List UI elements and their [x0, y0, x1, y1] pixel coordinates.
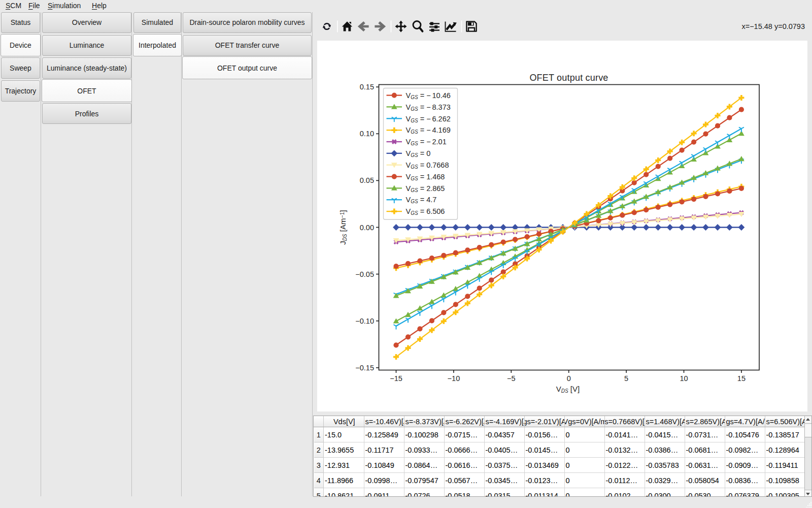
svg-text:0.00: 0.00 [360, 224, 374, 232]
svg-text:−0.10: −0.10 [355, 317, 374, 325]
svg-text:−0.05: −0.05 [355, 270, 374, 278]
svg-text:15: 15 [737, 374, 746, 383]
svg-text:5: 5 [624, 374, 628, 383]
svg-text:0.10: 0.10 [360, 130, 374, 138]
svg-text:0.15: 0.15 [360, 83, 374, 91]
svg-text:VGS = 4.7: VGS = 4.7 [406, 196, 437, 204]
svg-text:−10: −10 [448, 374, 460, 383]
svg-text:0: 0 [567, 374, 571, 383]
svg-text:OFET output curve: OFET output curve [529, 73, 608, 83]
svg-text:−5: −5 [507, 374, 516, 383]
svg-text:10: 10 [680, 374, 688, 383]
svg-text:−0.15: −0.15 [355, 364, 374, 372]
svg-text:VDS [V]: VDS [V] [556, 385, 580, 394]
svg-text:VGS = 0: VGS = 0 [406, 149, 431, 158]
svg-text:−15: −15 [390, 374, 402, 383]
svg-text:0.05: 0.05 [360, 176, 374, 184]
